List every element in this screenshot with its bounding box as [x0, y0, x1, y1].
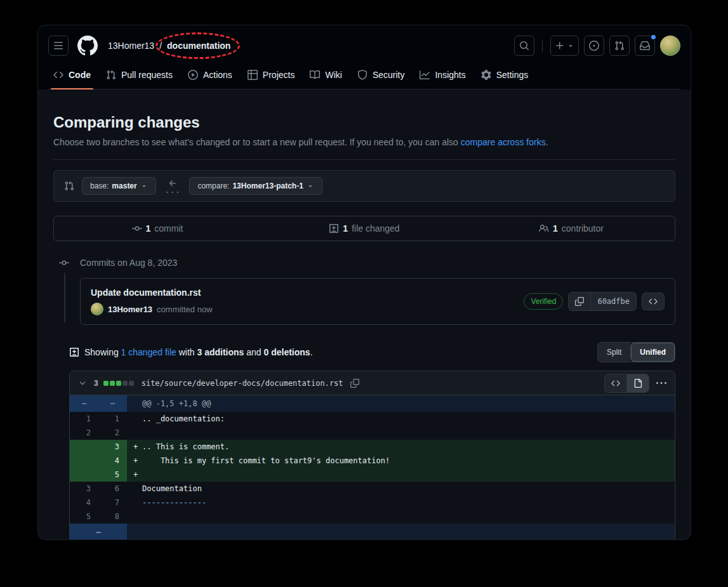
- tab-code[interactable]: Code: [48, 63, 96, 89]
- git-commit-icon: [132, 223, 142, 234]
- create-new-button[interactable]: [550, 36, 579, 56]
- section-divider: [53, 159, 675, 160]
- git-pull-request-icon: [106, 70, 116, 80]
- git-pull-request-icon: [614, 41, 625, 51]
- diff-header-actions: [604, 374, 668, 393]
- header-divider: [542, 39, 543, 52]
- old-line-number: 5: [70, 510, 98, 524]
- expand-down-gutter[interactable]: ⋯: [70, 524, 127, 539]
- summary-additions: 3 additions: [197, 347, 244, 357]
- tab-pull-requests[interactable]: Pull requests: [101, 63, 178, 89]
- new-line-number: 8: [98, 510, 127, 524]
- expander-code-cell: [127, 524, 675, 539]
- people-icon: [539, 223, 549, 234]
- file-diff-header: 3 site/source/developer-docs/documentati…: [70, 371, 675, 395]
- diff-line-addition: 4 + This is my first commit to start9's …: [70, 454, 675, 468]
- commit-title-link[interactable]: Update documentation.rst: [91, 287, 213, 298]
- breadcrumb: 13Homer13 / documentation: [108, 41, 230, 51]
- code-line: + This is my first commit to start9's do…: [127, 454, 675, 468]
- file-diff-icon: [329, 223, 339, 234]
- diff-table: ⋯ ⋯ @@ -1,5 +1,8 @@ 1 1 .. _documentatio…: [70, 395, 675, 539]
- copy-file-path-button[interactable]: [348, 377, 361, 390]
- source-view-button[interactable]: [605, 374, 626, 392]
- commit-sha-link[interactable]: 60adfbe: [590, 293, 636, 310]
- diff-sign: +: [133, 454, 142, 468]
- commit-actions: Verified 60adfbe: [524, 292, 665, 311]
- old-line-number: 3: [70, 482, 98, 496]
- unread-notification-dot: [650, 34, 657, 41]
- files-label: file changed: [352, 223, 400, 234]
- global-menu-button[interactable]: [48, 36, 69, 56]
- breadcrumb-repo-link[interactable]: documentation: [167, 41, 230, 51]
- tab-actions[interactable]: Actions: [183, 63, 237, 89]
- browser-viewport: 13Homer13 / documentation: [38, 25, 691, 539]
- page-intro: Choose two branches to see what’s change…: [53, 136, 675, 149]
- tab-projects[interactable]: Projects: [242, 63, 300, 89]
- breadcrumb-separator: /: [159, 41, 162, 51]
- expand-diff-row: ⋯: [70, 524, 675, 539]
- diff-sign: [133, 412, 142, 426]
- page-title: Comparing changes: [53, 112, 675, 132]
- changed-file-link[interactable]: 1 changed file: [121, 347, 176, 357]
- diff-sign: [133, 496, 142, 510]
- file-diff-icon: [69, 347, 79, 357]
- tab-label: Insights: [435, 70, 465, 80]
- diff-sign: [133, 482, 142, 496]
- new-line-number: 3: [98, 440, 127, 454]
- base-label: base:: [90, 181, 109, 190]
- split-view-button[interactable]: Split: [598, 343, 630, 362]
- tab-security[interactable]: Security: [352, 63, 410, 89]
- collapse-file-button[interactable]: [76, 377, 89, 390]
- verified-badge[interactable]: Verified: [524, 293, 563, 310]
- tab-settings[interactable]: Settings: [476, 63, 534, 89]
- files-changed-stat[interactable]: 1 file changed: [261, 216, 468, 241]
- pull-requests-button[interactable]: [609, 36, 630, 56]
- commits-stat[interactable]: 1 commit: [54, 216, 261, 241]
- code-icon: [649, 297, 658, 306]
- commit-author-avatar[interactable]: [91, 303, 103, 315]
- contributors-stat[interactable]: 1 contributor: [468, 216, 675, 241]
- search-button[interactable]: [514, 36, 534, 56]
- code-icon: [611, 379, 620, 388]
- summary-deletions: 0 deletions: [264, 347, 310, 357]
- user-avatar: [660, 36, 680, 56]
- contributors-label: contributor: [562, 223, 604, 234]
- code-icon: [53, 70, 63, 80]
- old-line-number: 1: [70, 412, 98, 426]
- commit-meta-text: committed now: [157, 305, 212, 314]
- graph-icon: [420, 70, 430, 80]
- code-line: +.. This is comment.: [127, 440, 675, 454]
- code-text: This is my first commit to start9's docu…: [142, 454, 390, 468]
- browse-repo-at-commit-button[interactable]: [642, 293, 665, 310]
- old-line-number: [70, 440, 98, 454]
- inbox-icon: [640, 41, 650, 51]
- new-line-number: 6: [98, 482, 127, 496]
- tab-wiki[interactable]: Wiki: [305, 63, 347, 89]
- commits-label: commit: [154, 223, 183, 234]
- commit-author-link[interactable]: 13Homer13: [108, 305, 152, 314]
- unified-view-button[interactable]: Unified: [630, 343, 675, 362]
- compare-label: compare:: [197, 181, 229, 190]
- code-line: .. _documentation:: [127, 412, 675, 426]
- user-avatar-button[interactable]: [660, 36, 680, 56]
- compare-branch-selector[interactable]: compare: 13Homer13-patch-1: [189, 177, 322, 195]
- base-branch-selector[interactable]: base: master: [82, 177, 156, 195]
- diff-line-context: 3 6 Documentation: [70, 482, 675, 496]
- tab-label: Projects: [263, 70, 295, 80]
- breadcrumb-owner-link[interactable]: 13Homer13: [108, 41, 154, 51]
- hunk-header-cell: @@ -1,5 +1,8 @@: [127, 395, 675, 412]
- rendered-view-button[interactable]: [626, 374, 649, 392]
- tab-insights[interactable]: Insights: [414, 63, 470, 89]
- diff-sign: [133, 510, 142, 524]
- expand-hunk-gutter[interactable]: ⋯: [70, 395, 98, 412]
- compare-across-forks-link[interactable]: compare across forks: [461, 137, 546, 147]
- file-options-button[interactable]: [654, 376, 668, 390]
- code-line: [127, 426, 675, 440]
- tab-label: Settings: [496, 70, 529, 80]
- play-circle-icon: [188, 70, 198, 80]
- issues-button[interactable]: [584, 36, 604, 56]
- github-logo[interactable]: [77, 36, 98, 56]
- copy-sha-button[interactable]: [569, 293, 590, 310]
- expand-hunk-gutter[interactable]: ⋯: [98, 395, 127, 412]
- range-indicator: ...: [165, 179, 181, 193]
